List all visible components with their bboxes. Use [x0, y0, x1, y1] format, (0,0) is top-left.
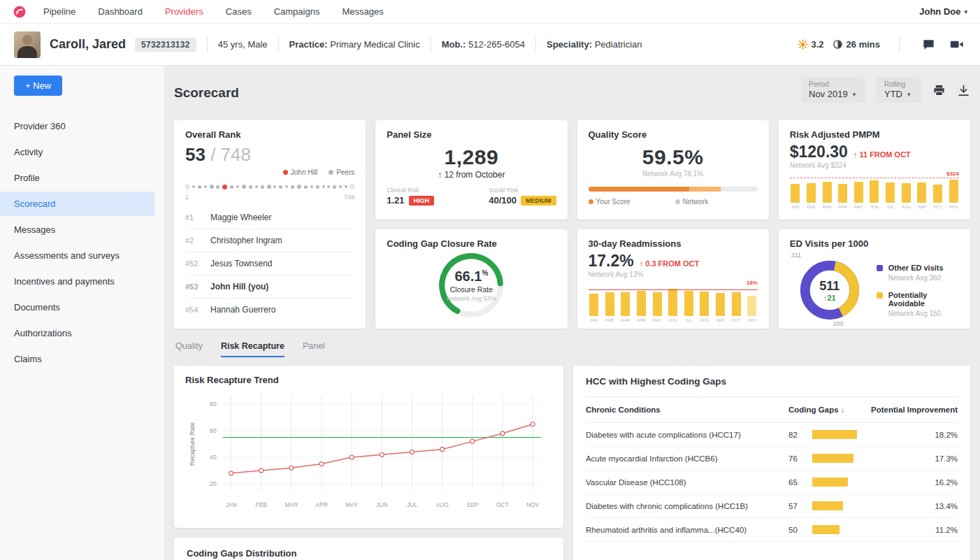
divider	[278, 37, 279, 52]
sidebar-items: Provider 360ActivityProfileScorecardMess…	[0, 114, 164, 371]
page-title: Scorecard	[174, 85, 239, 101]
readmissions-chart: 18% JANFEBMARAPRMAYJUNJULAUGSEPOCTNOV	[589, 289, 758, 322]
rank-list-item: #2Christopher Ingram	[185, 229, 354, 252]
svg-text:NOV: NOV	[526, 501, 540, 508]
bar-column: APR	[635, 291, 647, 322]
provider-header: Caroll, Jared 5732313132 45 yrs, Male Pr…	[0, 24, 980, 66]
bar-column: SEP	[715, 293, 726, 322]
download-button[interactable]	[957, 84, 970, 97]
nav-item-campaigns[interactable]: Campaigns	[274, 6, 320, 17]
sidebar-item-scorecard[interactable]: Scorecard	[0, 192, 154, 216]
period-dropdown[interactable]: Period Nov 2019▾	[801, 77, 865, 103]
divider	[899, 37, 900, 52]
table-row: Diabetes with chronic complications (HCC…	[586, 494, 958, 518]
quality-score-value: 59.5%	[589, 145, 758, 169]
svg-text:MAY: MAY	[345, 501, 358, 508]
coding-gap-bar	[812, 525, 840, 534]
rank-list: #1Maggie Wheeler#2Christopher Ingram#52J…	[185, 206, 354, 321]
tab-risk-recapture[interactable]: Risk Recapture	[221, 341, 284, 357]
print-button[interactable]	[932, 84, 946, 97]
divider	[535, 37, 536, 52]
trend-chart: 80604020JANFEBMARAPRMAYJUNJULAUGSEPOCTNO…	[185, 388, 552, 521]
tab-panel[interactable]: Panel	[303, 341, 325, 357]
rolling-dropdown[interactable]: Rolling YTD▾	[877, 77, 921, 103]
bar-column: FEB	[805, 183, 816, 209]
chevron-down-icon: ▾	[853, 91, 856, 98]
column-chronic-conditions: Chronic Conditions	[586, 405, 788, 414]
svg-text:JAN: JAN	[226, 501, 237, 508]
clinical-risk-badge: HIGH	[409, 196, 435, 206]
sidebar-item-activity[interactable]: Activity	[0, 140, 164, 164]
nav-item-dashboard[interactable]: Dashboard	[98, 6, 143, 17]
svg-text:Recapture Rate: Recapture Rate	[189, 422, 196, 466]
provider-avatar	[14, 31, 41, 58]
bar-column: JUN	[668, 289, 679, 322]
svg-text:JUN: JUN	[376, 501, 387, 508]
bar-column: JAN	[589, 294, 600, 322]
pmpm-change: ↑ 11 FROM OCT	[853, 150, 911, 159]
readmissions-value: 17.2%	[589, 252, 634, 271]
rank-legend: John Hill Peers	[185, 168, 354, 176]
sidebar-item-claims[interactable]: Claims	[0, 347, 164, 371]
bar-column: MAY	[651, 292, 663, 322]
svg-text:40: 40	[210, 454, 217, 461]
bar-column: APR	[837, 184, 849, 209]
column-coding-gaps-sort[interactable]: Coding Gaps ↓	[788, 405, 867, 414]
svg-text:JUL: JUL	[407, 501, 417, 508]
bar-column: MAY	[853, 182, 864, 209]
readm-bars: JANFEBMARAPRMAYJUNJULAUGSEPOCTNOV	[589, 289, 758, 322]
social-risk-badge: MEDIUM	[521, 196, 556, 206]
sidebar-item-messages[interactable]: Messages	[0, 217, 164, 242]
sidebar-item-profile[interactable]: Profile	[0, 166, 164, 190]
closure-rate-gauge: 66.1% Closure Rate Network Avg 53%	[436, 250, 506, 320]
bar-column: JAN	[790, 184, 801, 209]
panel-size-change: ↑ 12 from October	[387, 170, 556, 180]
rank-list-item: #1Maggie Wheeler	[185, 206, 354, 229]
rank-list-item: #54Hannah Guerrero	[185, 299, 354, 321]
svg-text:APR: APR	[315, 501, 327, 508]
sun-icon	[798, 39, 808, 50]
nav-item-cases[interactable]: Cases	[226, 6, 252, 17]
table-row: Acute myocardial Infarction (HCCB6)7617.…	[586, 447, 958, 471]
user-menu[interactable]: John Doe ▾	[919, 6, 967, 17]
coding-gap-bar	[812, 501, 843, 510]
clock-icon	[833, 39, 843, 50]
column-potential-improvement: Potential Improvement	[867, 405, 958, 414]
clinical-risk: Clinical Risk 1.21 HIGH	[387, 187, 434, 206]
sidebar-item-provider-360[interactable]: Provider 360	[0, 114, 164, 138]
sidebar-item-documents[interactable]: Documents	[0, 295, 164, 320]
provider-speciality: Speciality: Pediatrician	[547, 39, 642, 50]
ed-visits-card: ED Visits per 1000 311 200 511 ↑21	[779, 229, 970, 329]
sidebar-item-assessments-and-surveys[interactable]: Assessments and surveys	[0, 243, 164, 268]
pmpm-reference-line	[790, 178, 959, 178]
top-navigation-bar: PipelineDashboardProvidersCasesCampaigns…	[0, 0, 980, 24]
risk-pmpm-card: Risk Adjusted PMPM $120.30 ↑ 11 FROM OCT…	[779, 120, 970, 220]
nav-item-messages[interactable]: Messages	[342, 6, 383, 17]
svg-text:60: 60	[210, 427, 217, 434]
provider-mobile: Mob.: 512-265-6054	[442, 39, 525, 50]
app-logo-icon	[13, 5, 27, 19]
hcc-rows: Diabetes with acute complications (HCC17…	[586, 423, 958, 542]
table-row: Diabetes with acute complications (HCC17…	[586, 423, 958, 447]
rank-strip-cap	[185, 185, 189, 189]
pmpm-network-avg: Network Avg $324	[790, 161, 959, 169]
coding-gap-card: Coding Gap Closure Rate 66.1% Closure Ra…	[375, 229, 567, 329]
svg-text:MAR: MAR	[285, 501, 298, 508]
readmissions-card: 30-day Readmissions 17.2% ↑ 0.3 FROM OCT…	[577, 229, 769, 329]
sidebar: + New Provider 360ActivityProfileScoreca…	[0, 66, 164, 560]
new-button[interactable]: + New	[14, 76, 62, 96]
chat-button[interactable]	[918, 35, 938, 55]
tab-quality[interactable]: Quality	[175, 341, 203, 357]
overall-rank-card: Overall Rank 53 / 748 John Hill Peers 17…	[174, 120, 366, 329]
provider-practice: Practice: Primary Medical Clinic	[289, 39, 420, 50]
video-call-button[interactable]	[946, 35, 966, 55]
nav-item-providers[interactable]: Providers	[165, 6, 203, 17]
rank-list-item: #53John Hill (you)	[185, 275, 354, 299]
sidebar-item-authorizations[interactable]: Authorizations	[0, 321, 164, 345]
bar-column: NOV	[747, 296, 758, 322]
chevron-down-icon: ▾	[964, 8, 967, 15]
nav-item-pipeline[interactable]: Pipeline	[43, 6, 75, 17]
panel-size-value: 1,289	[387, 145, 556, 169]
pmpm-chart: $324 JANFEBMARAPRMAYJUNJULAUGSEPOCTNOV	[790, 180, 959, 209]
sidebar-item-incentives-and-payments[interactable]: Incentives and payments	[0, 269, 164, 294]
